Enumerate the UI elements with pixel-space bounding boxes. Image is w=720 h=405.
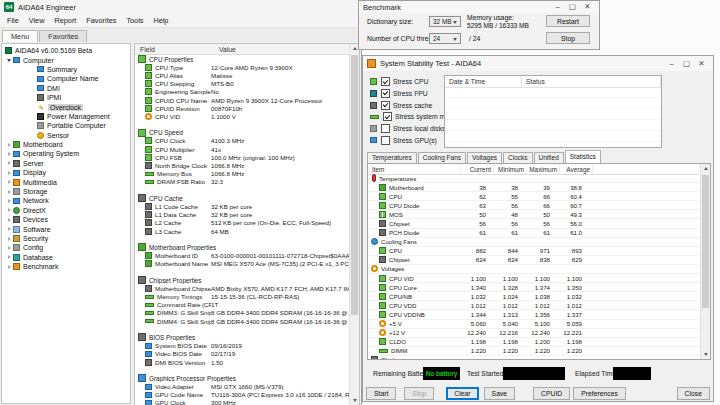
- stats-col-item[interactable]: Item: [368, 164, 461, 174]
- field-group-cpu-speed[interactable]: CPU Speed: [135, 129, 350, 137]
- field-row[interactable]: Video BIOS Date02/17/19: [135, 350, 350, 358]
- field-row[interactable]: Video AdapterMSI GTX 1660 (MS-V379): [135, 383, 350, 391]
- tree-item-aida64-v6-00-5169-beta[interactable]: AIDA64 v6.00.5169 Beta: [2, 46, 130, 55]
- tree-item-security[interactable]: Security: [2, 234, 130, 243]
- checkbox[interactable]: [381, 124, 390, 133]
- tree-item-config[interactable]: Config: [2, 243, 130, 252]
- menu-report[interactable]: Report: [49, 16, 81, 25]
- field-row[interactable]: L3 Cache64 MB: [135, 227, 350, 235]
- minimize-icon[interactable]: –: [664, 57, 679, 71]
- tree-item-power-management[interactable]: Power Management: [2, 112, 130, 121]
- chevron-right-icon[interactable]: [5, 180, 13, 184]
- stats-row[interactable]: Chipset56565656.0: [368, 219, 701, 228]
- field-row[interactable]: Engineering SampleNo: [135, 88, 350, 96]
- chevron-right-icon[interactable]: [5, 208, 13, 212]
- chevron-right-icon[interactable]: [5, 227, 13, 231]
- tree-item-ipmi[interactable]: IPMI: [2, 93, 130, 102]
- tree-item-multimedia[interactable]: Multimedia: [2, 177, 130, 186]
- stats-row[interactable]: CLDO1.1981.1981.2001.198: [368, 338, 701, 347]
- stats-col-average[interactable]: Average: [560, 164, 593, 174]
- field-row[interactable]: Motherboard ChipsetAMD Bixby X570, AMD K…: [135, 284, 350, 292]
- log-col-date-time[interactable]: Date & Time: [445, 76, 522, 87]
- tree-item-devices[interactable]: Devices: [2, 215, 130, 224]
- scrollbar-thumb[interactable]: [702, 175, 709, 308]
- tree-item-sensor[interactable]: Sensor: [2, 131, 130, 140]
- tree-item-network[interactable]: Network: [2, 196, 130, 205]
- checkbox[interactable]: [381, 89, 390, 98]
- maximize-icon[interactable]: ▢: [679, 57, 694, 71]
- tree-item-motherboard[interactable]: Motherboard: [2, 140, 130, 149]
- stats-group-temperatures[interactable]: Temperatures: [368, 174, 701, 183]
- field-row[interactable]: CPU Type12-Core AMD Ryzen 9 3900X: [135, 63, 350, 71]
- tab-favorites[interactable]: Favorites: [39, 30, 87, 42]
- stats-row[interactable]: DIMM1.2201.2201.2201.220: [368, 347, 701, 356]
- menu-tools[interactable]: Tools: [121, 16, 148, 25]
- scroll-down-icon[interactable]: [701, 350, 710, 359]
- menu-help[interactable]: Help: [148, 16, 173, 25]
- cpuid-button[interactable]: CPUID: [533, 387, 570, 400]
- chevron-right-icon[interactable]: [5, 237, 13, 241]
- stats-row[interactable]: CPU Core1.3401.3281.3741.350: [368, 283, 701, 292]
- value-column-header[interactable]: Value: [217, 46, 236, 53]
- tree-item-directx[interactable]: DirectX: [2, 206, 130, 215]
- field-row[interactable]: CPU SteppingMTS-B0: [135, 80, 350, 88]
- field-row[interactable]: GPU Code NameTU116-300A (PCI Express 3.0…: [135, 391, 350, 399]
- benchmark-stop-button[interactable]: Stop: [546, 32, 590, 44]
- tree-item-benchmark[interactable]: Benchmark: [2, 262, 130, 271]
- tree-item-display[interactable]: Display: [2, 168, 130, 177]
- preferences-button[interactable]: Preferences: [573, 387, 626, 400]
- field-group-cpu-cache[interactable]: CPU Cache: [135, 194, 350, 202]
- stats-group-clocks[interactable]: Clocks: [368, 356, 701, 359]
- chevron-right-icon[interactable]: [5, 265, 13, 269]
- field-group-cpu-properties[interactable]: CPU Properties: [135, 55, 350, 63]
- stats-row[interactable]: +5 V5.0605.0405.1005.059: [368, 320, 701, 329]
- stats-group-cooling-fans[interactable]: Cooling Fans: [368, 238, 701, 247]
- field-column-header[interactable]: Field: [135, 46, 217, 53]
- tree-item-summary[interactable]: Summary: [2, 65, 130, 74]
- chevron-right-icon[interactable]: [5, 199, 13, 203]
- cpu-threads-select[interactable]: 24: [429, 33, 461, 44]
- menu-favorites[interactable]: Favorites: [81, 16, 121, 25]
- scrollbar-thumb[interactable]: [351, 55, 358, 315]
- tab-temperatures[interactable]: Temperatures: [367, 152, 417, 163]
- field-row[interactable]: System BIOS Date09/16/2019: [135, 342, 350, 350]
- start-button[interactable]: Start: [366, 387, 396, 400]
- menu-file[interactable]: File: [2, 16, 24, 25]
- chevron-right-icon[interactable]: [5, 190, 13, 194]
- tab-voltages[interactable]: Voltages: [467, 152, 502, 163]
- chevron-right-icon[interactable]: [5, 218, 13, 222]
- field-row[interactable]: CPU VID1.1000 V: [135, 112, 350, 120]
- field-row[interactable]: DMI BIOS Version1.50: [135, 358, 350, 366]
- minimize-icon[interactable]: –: [550, 0, 565, 14]
- stats-col-current[interactable]: Current: [461, 164, 494, 174]
- stats-scrollbar[interactable]: [700, 164, 710, 359]
- field-group-graphics-processor-properties[interactable]: Graphics Processor Properties: [135, 374, 350, 382]
- chevron-right-icon[interactable]: [5, 171, 13, 175]
- field-row[interactable]: DIMM3: G Skill SniperX F4-3400C16-8GSXW8…: [135, 309, 350, 317]
- chevron-right-icon[interactable]: [5, 152, 13, 156]
- tab-unified[interactable]: Unified: [534, 152, 564, 163]
- stats-row[interactable]: CPU/NB1.0321.0241.0381.032: [368, 292, 701, 301]
- chevron-right-icon[interactable]: [5, 255, 13, 259]
- tree-item-computer-name[interactable]: Computer Name: [2, 74, 130, 83]
- field-row[interactable]: Motherboard ID63-0100-000001-00101111-07…: [135, 252, 350, 260]
- stats-col-minimum[interactable]: Minimum: [494, 164, 527, 174]
- scroll-down-icon[interactable]: [350, 396, 359, 405]
- tree-item-server[interactable]: Server: [2, 159, 130, 168]
- chevron-down-icon[interactable]: [5, 59, 13, 62]
- save-button[interactable]: Save: [484, 387, 516, 400]
- stats-col-maximum[interactable]: Maximum: [527, 164, 560, 174]
- field-row[interactable]: CPUID CPU NameAMD Ryzen 9 3900X 12-Core …: [135, 96, 350, 104]
- field-row[interactable]: DRAM:FSB Ratio32:3: [135, 178, 350, 186]
- tree-item-storage[interactable]: Storage: [2, 187, 130, 196]
- field-group-chipset-properties[interactable]: Chipset Properties: [135, 276, 350, 284]
- field-row[interactable]: Command Rate (CR)1T: [135, 301, 350, 309]
- tree-item-operating-system[interactable]: Operating System: [2, 149, 130, 158]
- dictionary-size-select[interactable]: 32 MB: [429, 16, 461, 27]
- field-group-bios-properties[interactable]: BIOS Properties: [135, 333, 350, 341]
- chevron-right-icon[interactable]: [5, 246, 13, 250]
- field-row[interactable]: DIMM4: G Skill SniperX F4-3400C16-8GSXW8…: [135, 317, 350, 325]
- tab-clocks[interactable]: Clocks: [503, 152, 533, 163]
- tree-item-database[interactable]: Database: [2, 253, 130, 262]
- chevron-right-icon[interactable]: [5, 143, 13, 147]
